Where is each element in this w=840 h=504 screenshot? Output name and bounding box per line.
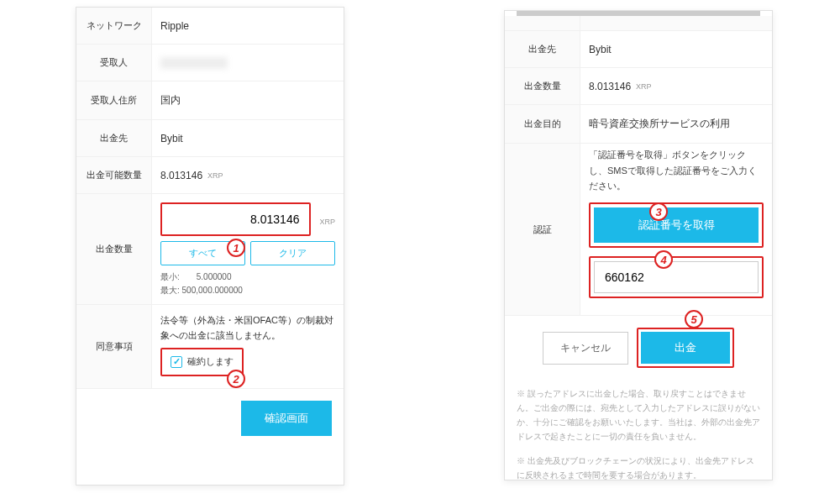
r-withdrawto-label: 出金先 [505,31,580,67]
r-amount-value: 8.013146 [589,81,631,92]
badge-1-icon: 1 [227,239,245,257]
r-amount-label: 出金数量 [505,68,580,104]
recipient-value [152,45,344,81]
recipient-label: 受取人 [76,45,152,81]
amount-input[interactable]: 8.013146 [160,202,311,236]
min-limit: 最小: 5.000000 [160,270,335,284]
badge-4-icon: 4 [654,250,673,269]
available-value: 8.013146 [160,170,202,181]
network-label: ネットワーク [76,8,152,44]
badge-5-icon: 5 [685,310,703,328]
consent-label: 同意事項 [76,305,152,388]
max-limit: 最大: 500,000.000000 [160,284,335,297]
footnote-1: ※ 誤ったアドレスに出金した場合、取り戻すことはできません。ご出金の際には、宛先… [505,380,772,447]
badge-3-icon: 3 [649,202,668,221]
badge-2-icon: 2 [227,370,245,388]
network-value: Ripple [152,8,344,44]
withdraw-button[interactable]: 出金 [641,332,730,364]
confirm-button[interactable]: 確認画面 [241,401,332,436]
withdrawto-label: 出金先 [76,120,152,156]
recipient-addr-label: 受取人住所 [76,81,152,119]
amount-label: 出金数量 [76,194,152,304]
consent-text: 法令等（外為法・米国OFAC等）の制裁対象への出金に該当しません。 [160,313,335,343]
code-input[interactable] [594,261,759,293]
withdrawto-value: Bybit [152,120,344,156]
available-label: 出金可能数量 [76,157,152,193]
get-code-button[interactable]: 認証番号を取得 [594,207,759,243]
recipient-addr-value: 国内 [152,81,344,119]
auth-desc: 「認証番号を取得」ボタンをクリックし、SMSで取得した認証番号をご入力ください。 [589,144,764,202]
check-icon [171,356,182,368]
r-purpose-value: 暗号資産交換所サービスの利用 [580,105,772,143]
consent-check-label: 確約します [187,354,234,370]
cancel-button[interactable]: キャンセル [543,332,628,365]
r-amount-unit: XRP [636,82,652,91]
clear-button[interactable]: クリア [250,241,335,265]
auth-label: 認証 [505,144,580,315]
r-withdrawto-value: Bybit [580,31,772,67]
available-unit: XRP [207,171,223,180]
footnote-2: ※ 出金先及びブロックチェーンの状況により、出金先アドレスに反映されるまで時間を… [505,447,772,486]
amount-unit: XRP [319,218,335,226]
r-purpose-label: 出金目的 [505,105,580,143]
